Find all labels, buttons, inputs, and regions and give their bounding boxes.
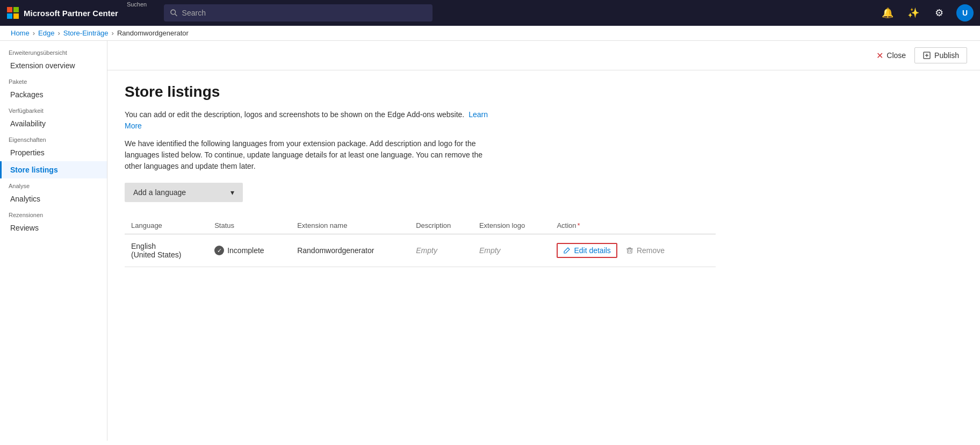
remove-button[interactable]: Remove xyxy=(622,244,669,257)
sidebar-section-analyse: Analyse xyxy=(0,178,107,190)
edit-icon xyxy=(563,247,571,254)
cell-status: ✓ Incomplete xyxy=(208,234,291,267)
page-content: Store listings You can add or edit the d… xyxy=(107,70,980,280)
close-x-icon: ✕ xyxy=(876,51,883,61)
breadcrumb-edge[interactable]: Edge xyxy=(38,29,54,37)
col-description: Description xyxy=(409,217,473,234)
svg-point-4 xyxy=(171,10,176,15)
sidebar-section-verfugbarkeit: Verfügbarkeit xyxy=(0,103,107,115)
sidebar-item-availability[interactable]: Availability xyxy=(0,115,107,132)
sidebar: Erweiterungsübersicht Extension overview… xyxy=(0,41,107,441)
sidebar-section-rezensionen: Rezensionen xyxy=(0,207,107,219)
sidebar-item-store-listings[interactable]: Store listings xyxy=(0,161,107,178)
microsoft-logo-icon xyxy=(6,6,19,19)
sidebar-item-analytics[interactable]: Analytics xyxy=(0,190,107,207)
close-label: Close xyxy=(887,51,906,60)
col-status: Status xyxy=(208,217,291,234)
settings-button[interactable]: ⚙ xyxy=(931,4,948,21)
sidebar-item-reviews[interactable]: Reviews xyxy=(0,219,107,236)
cell-language: English(United States) xyxy=(125,234,208,267)
sidebar-item-packages[interactable]: Packages xyxy=(0,86,107,103)
status-label: Incomplete xyxy=(227,246,264,255)
svg-rect-0 xyxy=(7,7,12,12)
navbar-search-box[interactable] xyxy=(164,4,433,21)
sidebar-item-extension-overview[interactable]: Extension overview xyxy=(0,57,107,74)
edit-details-button[interactable]: Edit details xyxy=(557,243,617,258)
breadcrumb-home[interactable]: Home xyxy=(11,29,30,37)
sidebar-section-eigenschaften: Eigenschaften xyxy=(0,132,107,144)
sidebar-item-properties[interactable]: Properties xyxy=(0,144,107,161)
content-action-bar: ✕ Close Publish xyxy=(107,41,980,70)
publish-button[interactable]: Publish xyxy=(914,47,967,63)
col-language: Language xyxy=(125,217,208,234)
publish-label: Publish xyxy=(934,51,959,60)
breadcrumb-store-listings[interactable]: Store-Einträge xyxy=(63,29,109,37)
col-extension-logo: Extension logo xyxy=(473,217,550,234)
svg-rect-3 xyxy=(13,13,19,19)
navbar-suchen-label: Suchen xyxy=(127,0,147,8)
svg-rect-9 xyxy=(628,249,632,253)
notifications-button[interactable]: 🔔 xyxy=(879,4,896,21)
cell-action: Edit details xyxy=(550,234,716,267)
main-layout: Erweiterungsübersicht Extension overview… xyxy=(0,41,980,441)
navbar-brand: Microsoft Partner Center xyxy=(6,6,118,19)
col-action: Action * xyxy=(550,217,716,234)
svg-rect-1 xyxy=(13,7,19,12)
sidebar-section-pakete: Pakete xyxy=(0,74,107,86)
trash-icon xyxy=(626,247,633,254)
remove-label: Remove xyxy=(637,246,665,255)
breadcrumb: Home › Edge › Store-Einträge › Randomwor… xyxy=(0,26,980,41)
add-language-button[interactable]: Add a language ▾ xyxy=(125,183,243,202)
add-language-label: Add a language xyxy=(133,188,186,197)
edit-details-label: Edit details xyxy=(574,246,610,255)
table-header-row: Language Status Extension name Descripti… xyxy=(125,217,716,234)
language-table: Language Status Extension name Descripti… xyxy=(125,217,716,267)
table-row: English(United States) ✓ Incomplete Rand… xyxy=(125,234,716,267)
cell-description: Empty xyxy=(409,234,473,267)
col-extension-name: Extension name xyxy=(291,217,409,234)
svg-line-5 xyxy=(175,14,177,16)
breadcrumb-app-name: Randomwordgenerator xyxy=(117,29,189,37)
navbar-app-name: Microsoft Partner Center xyxy=(24,9,118,18)
page-title: Store listings xyxy=(125,83,963,101)
status-incomplete-icon: ✓ xyxy=(214,246,224,255)
close-button[interactable]: ✕ Close xyxy=(876,51,906,61)
cell-extension-name: Randomwordgenerator xyxy=(291,234,409,267)
cell-extension-logo: Empty xyxy=(473,234,550,267)
action-cell: Edit details xyxy=(557,243,709,258)
info-text-1: You can add or edit the description, log… xyxy=(125,109,501,132)
publish-icon xyxy=(923,51,931,60)
navbar: Microsoft Partner Center Suchen 🔔 ✨ ⚙ U xyxy=(0,0,980,26)
content-area: ✕ Close Publish Store listings You can a… xyxy=(107,41,980,441)
chevron-down-icon: ▾ xyxy=(230,188,234,197)
sidebar-section-erweiterung: Erweiterungsübersicht xyxy=(0,45,107,57)
svg-rect-2 xyxy=(7,13,12,19)
info-text-2: We have identified the following languag… xyxy=(125,138,501,172)
search-icon xyxy=(170,9,177,17)
navbar-icons: 🔔 ✨ ⚙ U xyxy=(879,4,974,21)
search-input[interactable] xyxy=(182,9,427,17)
info-box: You can add or edit the description, log… xyxy=(125,109,501,172)
ai-assistant-button[interactable]: ✨ xyxy=(905,4,922,21)
required-star: * xyxy=(578,221,580,229)
user-avatar[interactable]: U xyxy=(956,4,974,21)
